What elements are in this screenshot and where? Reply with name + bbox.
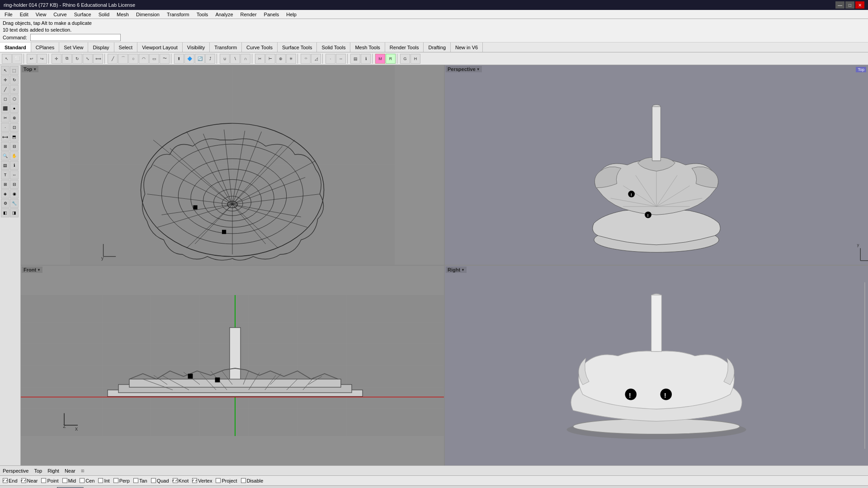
osnap-point-checkbox[interactable] [41, 478, 46, 483]
osnap-disable[interactable]: Disable [241, 478, 264, 483]
osnap-tan-checkbox[interactable] [133, 478, 138, 483]
rect-tool[interactable]: ▭ [149, 54, 159, 64]
move-tool[interactable]: ✛ [52, 54, 61, 64]
status-near[interactable]: Near [65, 468, 75, 474]
extra3-btn[interactable]: ◧ [1, 208, 9, 217]
command-input[interactable] [30, 34, 121, 41]
prop-btn-l[interactable]: ℹ [10, 161, 19, 170]
text-btn[interactable]: T [1, 170, 9, 179]
tab-new-v6[interactable]: New in V6 [451, 42, 483, 52]
menu-edit[interactable]: Edit [17, 11, 31, 18]
zoom-btn[interactable]: 🔍 [1, 151, 9, 160]
select-window-tool[interactable]: ⬜ [12, 54, 22, 64]
menu-file[interactable]: File [2, 11, 15, 18]
osnap-quad[interactable]: Quad [151, 478, 169, 483]
area-btn[interactable]: ⬒ [10, 132, 19, 141]
tab-mesh-tools[interactable]: Mesh Tools [350, 42, 385, 52]
menu-solid[interactable]: Solid [96, 11, 112, 18]
pt-on-btn[interactable]: ⊡ [10, 123, 19, 132]
select-tool[interactable]: ↖ [2, 54, 12, 64]
osnap-knot-checkbox[interactable]: ✓ [173, 478, 178, 483]
misc2-btn[interactable]: ◉ [10, 189, 19, 198]
close-button[interactable]: ✕ [855, 1, 864, 9]
status-perspective[interactable]: Perspective [3, 468, 28, 474]
menu-panels[interactable]: Panels [261, 11, 282, 18]
pt-btn[interactable]: · [1, 123, 9, 132]
viewport-perspective[interactable]: Perspective ▼ Top [445, 65, 868, 265]
osnap-mid-checkbox[interactable] [62, 478, 67, 483]
arc-tool[interactable]: ◠ [139, 54, 149, 64]
viewport-perspective-dropdown[interactable]: ▼ [476, 67, 480, 71]
tab-solid-tools[interactable]: Solid Tools [317, 42, 350, 52]
distance-btn[interactable]: ⟷ [1, 132, 9, 141]
osnap-int[interactable]: Int [98, 478, 109, 483]
osnap-perp[interactable]: Perp [113, 478, 130, 483]
line-tool[interactable]: ╱ [108, 54, 118, 64]
viewport-front[interactable]: Front ▼ [21, 266, 444, 465]
dim-tool[interactable]: ↔ [336, 54, 346, 64]
polyline-tool[interactable]: ⌒ [118, 54, 128, 64]
trim-btn[interactable]: ✂ [1, 113, 9, 122]
tab-visibility[interactable]: Visibility [183, 42, 210, 52]
explode-tool[interactable]: ✳ [286, 54, 296, 64]
viewport-front-dropdown[interactable]: ▼ [37, 268, 41, 272]
minimize-button[interactable]: — [835, 1, 844, 9]
layer-tool[interactable]: ▤ [350, 54, 360, 64]
undo-tool[interactable]: ↩ [27, 54, 37, 64]
menu-mesh[interactable]: Mesh [114, 11, 132, 18]
tab-render-tools[interactable]: Render Tools [385, 42, 424, 52]
sphere-btn[interactable]: ● [10, 104, 19, 113]
osnap-vertex-checkbox[interactable]: ✓ [192, 478, 197, 483]
pan-btn[interactable]: ✋ [10, 151, 19, 160]
extra2-btn[interactable]: 🔧 [10, 199, 19, 208]
circle-btn[interactable]: ○ [10, 85, 19, 94]
insert-btn[interactable]: ⊟ [10, 180, 19, 189]
select-all-btn[interactable]: ⬚ [10, 66, 19, 75]
osnap-mid[interactable]: Mid [62, 478, 76, 483]
tab-viewport-layout[interactable]: Viewport Layout [137, 42, 183, 52]
redo-tool[interactable]: ↪ [37, 54, 47, 64]
surface-btn[interactable]: ◻ [1, 94, 9, 103]
tab-display[interactable]: Display [88, 42, 114, 52]
dim-btn-l[interactable]: ↔ [10, 170, 19, 179]
menu-tools[interactable]: Tools [194, 11, 211, 18]
menu-transform[interactable]: Transform [164, 11, 192, 18]
misc1-btn[interactable]: ◈ [1, 189, 9, 198]
osnap-cen-checkbox[interactable] [80, 478, 85, 483]
join-tool[interactable]: ⊕ [276, 54, 286, 64]
viewport-top-label[interactable]: Top ▼ [22, 66, 38, 72]
extrude-tool[interactable]: ⬆ [174, 54, 184, 64]
tab-setview[interactable]: Set View [59, 42, 88, 52]
grid-btn[interactable]: ⊟ [10, 142, 19, 151]
osnap-near-checkbox[interactable]: ✓ [21, 478, 26, 483]
tab-cplanes[interactable]: CPlanes [31, 42, 60, 52]
osnap-int-checkbox[interactable] [98, 478, 103, 483]
select-btn[interactable]: ↖ [1, 66, 9, 75]
osnap-point[interactable]: Point [41, 478, 58, 483]
menu-dimension[interactable]: Dimension [133, 11, 162, 18]
curve-tool[interactable]: 〜 [160, 54, 170, 64]
menu-help[interactable]: Help [283, 11, 299, 18]
extra4-btn[interactable]: ◨ [10, 208, 19, 217]
viewport-perspective-label[interactable]: Perspective ▼ [446, 66, 482, 72]
status-right[interactable]: Right [47, 468, 59, 474]
osnap-disable-checkbox[interactable] [241, 478, 246, 483]
gumball-btn[interactable]: G [400, 54, 410, 64]
mesh-btn[interactable]: ⬡ [10, 94, 19, 103]
point-tool[interactable]: · [326, 54, 335, 64]
osnap-vertex[interactable]: ✓ Vertex [192, 478, 212, 483]
snap-btn[interactable]: ⊞ [1, 142, 9, 151]
boolean-int[interactable]: ∩ [241, 54, 250, 64]
menu-surface[interactable]: Surface [71, 11, 94, 18]
revolve-tool[interactable]: 🔄 [195, 54, 205, 64]
menu-analyze[interactable]: Analyze [212, 11, 236, 18]
osnap-project-checkbox[interactable] [216, 478, 221, 483]
properties-tool[interactable]: ℹ [361, 54, 371, 64]
osnap-tan[interactable]: Tan [133, 478, 147, 483]
extra1-btn[interactable]: ⚙ [1, 199, 9, 208]
osnap-perp-checkbox[interactable] [113, 478, 118, 483]
tab-select[interactable]: Select [114, 42, 138, 52]
osnap-knot[interactable]: ✓ Knot [173, 478, 189, 483]
copy-tool[interactable]: ⧉ [62, 54, 72, 64]
rotate-btn[interactable]: ↻ [10, 75, 19, 84]
